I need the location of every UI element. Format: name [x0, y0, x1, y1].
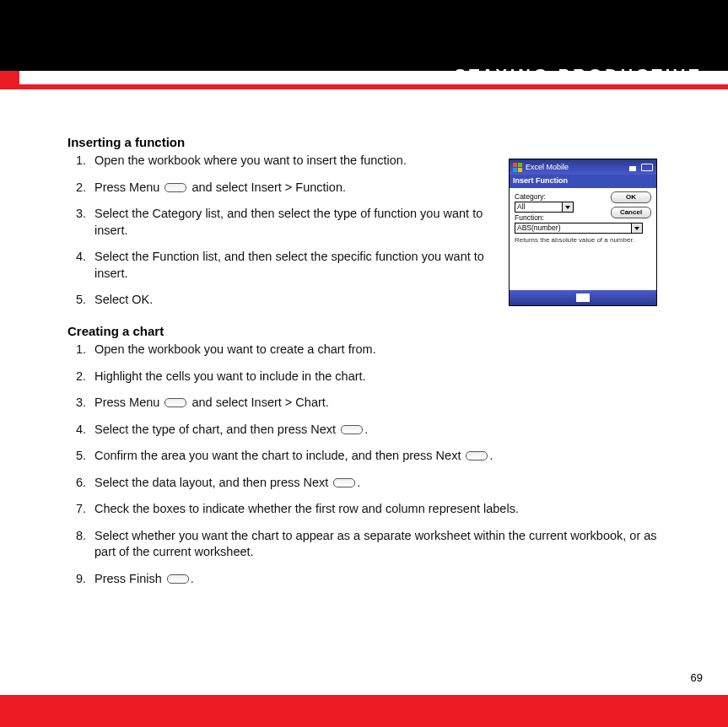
finish-key-icon — [167, 574, 189, 584]
step-text: Select the Category list, and then selec… — [94, 207, 483, 237]
step-text: . — [489, 449, 493, 462]
step-text: and select Insert > Function. — [188, 180, 346, 194]
step-text: Select OK. — [94, 293, 153, 306]
step-text: Press Finish — [94, 572, 165, 585]
next-key-icon — [333, 478, 355, 487]
section-title-chart: Creating a chart — [67, 324, 675, 338]
device-screenshot: Excel Mobile Insert Function OK Cancel C… — [509, 159, 657, 306]
step: Select OK. — [89, 292, 489, 309]
step-text: Confirm the area you want the chart to i… — [94, 449, 464, 462]
page-number: 69 — [691, 671, 703, 684]
step-text: Select the data layout, and then press N… — [94, 476, 332, 489]
category-dropdown[interactable]: All — [515, 202, 574, 213]
next-key-icon — [341, 425, 363, 434]
step: Confirm the area you want the chart to i… — [89, 448, 666, 465]
function-help-text: Returns the absolute value of a number. — [515, 236, 651, 244]
step-text: Check the boxes to indicate whether the … — [94, 502, 519, 515]
step: Press Menu and select Insert > Chart. — [89, 395, 666, 412]
header-red-notch — [0, 71, 19, 89]
function-value: ABS(number) — [517, 223, 561, 232]
header-black-bar — [0, 0, 728, 71]
step: Select the type of chart, and then press… — [89, 422, 666, 439]
steps-inserting-function: Open the workbook where you want to inse… — [67, 153, 489, 309]
steps-creating-chart: Open the workbook you want to create a c… — [67, 342, 666, 588]
dialog-title: Insert Function — [510, 175, 656, 188]
step: Press Finish . — [89, 571, 666, 588]
step: Highlight the cells you want to include … — [89, 369, 666, 385]
windows-flag-icon — [513, 163, 522, 172]
chapter-title: STAYING PRODUCTIVE — [455, 66, 703, 85]
step-text: and select Insert > Chart. — [188, 396, 328, 409]
battery-icon — [641, 164, 653, 171]
step-text: Select the Function list, and then selec… — [94, 250, 484, 280]
step-text: Select whether you want the chart to app… — [94, 529, 657, 559]
step-text: . — [364, 423, 368, 436]
keyboard-icon[interactable] — [576, 293, 590, 302]
device-bottombar — [510, 290, 656, 305]
dialog-body: OK Cancel Category: All Function: ABS(nu… — [510, 188, 656, 289]
signal-icon — [629, 163, 636, 171]
step: Open the workbook where you want to inse… — [89, 153, 489, 170]
step-text: Select the type of chart, and then press… — [94, 423, 339, 436]
step-text: Press Menu — [94, 396, 163, 409]
step-text: Press Menu — [94, 180, 163, 194]
cancel-button[interactable]: Cancel — [611, 207, 651, 218]
ok-button[interactable]: OK — [611, 191, 651, 203]
step: Select whether you want the chart to app… — [89, 528, 666, 561]
step-text: . — [191, 572, 194, 585]
step-text: Highlight the cells you want to include … — [94, 369, 366, 383]
device-titlebar: Excel Mobile — [510, 159, 656, 175]
footer-red-bar — [0, 695, 728, 727]
step-text: Open the workbook you want to create a c… — [94, 342, 376, 356]
next-key-icon — [466, 451, 488, 460]
step: Press Menu and select Insert > Function. — [89, 180, 489, 197]
step: Select the Category list, and then selec… — [89, 206, 489, 239]
menu-key-icon — [164, 183, 186, 192]
step-text: . — [357, 476, 360, 489]
step: Select the Function list, and then selec… — [89, 249, 489, 282]
section-title-inserting: Inserting a function — [67, 135, 675, 149]
step: Open the workbook you want to create a c… — [89, 342, 666, 358]
step: Check the boxes to indicate whether the … — [89, 501, 666, 518]
step-text: Open the workbook where you want to inse… — [94, 153, 407, 167]
menu-key-icon — [164, 398, 186, 407]
function-dropdown[interactable]: ABS(number) — [515, 223, 643, 234]
device-app-title: Excel Mobile — [526, 163, 569, 171]
step: Select the data layout, and then press N… — [89, 475, 666, 492]
category-value: All — [517, 202, 525, 211]
